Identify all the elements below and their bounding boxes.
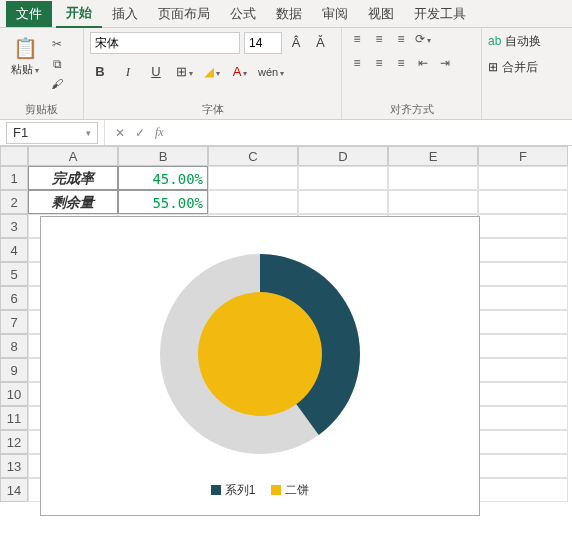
formula-bar: F1 ▾ ✕ ✓ fx [0, 120, 572, 146]
group-wrap-merge: ab 自动换 ⊞ 合并后 [482, 28, 562, 119]
wrap-text-button[interactable]: ab 自动换 [488, 32, 541, 50]
fill-color-button[interactable]: ◢ [202, 62, 222, 82]
underline-button[interactable]: U [146, 62, 166, 82]
row-header[interactable]: 12 [0, 430, 28, 454]
col-header[interactable]: F [478, 146, 568, 166]
font-size-input[interactable] [244, 32, 282, 54]
cell[interactable] [208, 190, 298, 214]
cell[interactable] [478, 430, 568, 454]
tab-developer[interactable]: 开发工具 [404, 0, 476, 28]
chart-legend: 系列1 二饼 [211, 482, 310, 499]
border-button[interactable]: ⊞ [174, 62, 194, 82]
row-header[interactable]: 10 [0, 382, 28, 406]
cell[interactable] [478, 166, 568, 190]
select-all-corner[interactable] [0, 146, 28, 166]
cell[interactable] [478, 310, 568, 334]
group-font: Â Ǎ B I U ⊞ ◢ A wén 字体 [84, 28, 342, 119]
row-header[interactable]: 1 [0, 166, 28, 190]
worksheet-grid[interactable]: A B C D E F 1 完成率 45.00% 2 剩余量 55.00% 34… [0, 146, 572, 502]
cell[interactable] [478, 214, 568, 238]
align-bottom-icon[interactable]: ≡ [392, 32, 410, 48]
fx-icon[interactable]: fx [155, 125, 164, 140]
col-header[interactable]: E [388, 146, 478, 166]
merge-icon: ⊞ [488, 60, 498, 74]
tab-file[interactable]: 文件 [6, 1, 52, 27]
legend-item: 二饼 [271, 482, 309, 499]
shrink-font-icon[interactable]: Ǎ [310, 33, 330, 53]
font-name-input[interactable] [90, 32, 240, 54]
cell[interactable] [478, 478, 568, 502]
group-align: ≡ ≡ ≡ ⟳ ≡ ≡ ≡ ⇤ ⇥ 对齐方式 [342, 28, 482, 119]
cell[interactable] [478, 334, 568, 358]
italic-button[interactable]: I [118, 62, 138, 82]
indent-decrease-icon[interactable]: ⇤ [414, 56, 432, 72]
row-header[interactable]: 14 [0, 478, 28, 502]
phonetic-button[interactable]: wén [258, 62, 278, 82]
align-center-icon[interactable]: ≡ [370, 56, 388, 72]
clipboard-group-label: 剪贴板 [6, 100, 77, 117]
align-middle-icon[interactable]: ≡ [370, 32, 388, 48]
row-header[interactable]: 5 [0, 262, 28, 286]
row-header[interactable]: 6 [0, 286, 28, 310]
col-header[interactable]: C [208, 146, 298, 166]
row-header[interactable]: 2 [0, 190, 28, 214]
row-header[interactable]: 9 [0, 358, 28, 382]
cell[interactable] [208, 166, 298, 190]
col-header[interactable]: A [28, 146, 118, 166]
group-clipboard: 📋 粘贴 ✂ ⧉ 🖌 剪贴板 [0, 28, 84, 119]
paste-label: 粘贴 [11, 62, 39, 77]
cell-B1[interactable]: 45.00% [118, 166, 208, 190]
row-header[interactable]: 4 [0, 238, 28, 262]
format-painter-icon[interactable]: 🖌 [48, 76, 66, 92]
cell[interactable] [298, 190, 388, 214]
name-box[interactable]: F1 ▾ [6, 122, 98, 144]
cell[interactable] [478, 190, 568, 214]
cell[interactable] [478, 238, 568, 262]
cell[interactable] [478, 286, 568, 310]
cell[interactable] [388, 166, 478, 190]
row-header[interactable]: 3 [0, 214, 28, 238]
grow-font-icon[interactable]: Â [286, 33, 306, 53]
cell-A1[interactable]: 完成率 [28, 166, 118, 190]
cell[interactable] [478, 382, 568, 406]
cancel-icon[interactable]: ✕ [115, 126, 125, 140]
cell[interactable] [478, 406, 568, 430]
tab-view[interactable]: 视图 [358, 0, 404, 28]
cell-B2[interactable]: 55.00% [118, 190, 208, 214]
row-header[interactable]: 8 [0, 334, 28, 358]
font-color-button[interactable]: A [230, 62, 250, 82]
merge-button[interactable]: ⊞ 合并后 [488, 58, 538, 76]
cell[interactable] [478, 262, 568, 286]
enter-icon[interactable]: ✓ [135, 126, 145, 140]
cell[interactable] [388, 190, 478, 214]
row-header[interactable]: 11 [0, 406, 28, 430]
tab-insert[interactable]: 插入 [102, 0, 148, 28]
clipboard-icon: 📋 [13, 36, 38, 60]
col-header[interactable]: D [298, 146, 388, 166]
cut-icon[interactable]: ✂ [48, 36, 66, 52]
cell-A2[interactable]: 剩余量 [28, 190, 118, 214]
paste-button[interactable]: 📋 粘贴 [6, 32, 44, 77]
col-header[interactable]: B [118, 146, 208, 166]
tab-formulas[interactable]: 公式 [220, 0, 266, 28]
align-top-icon[interactable]: ≡ [348, 32, 366, 48]
bold-button[interactable]: B [90, 62, 110, 82]
row-header[interactable]: 7 [0, 310, 28, 334]
cell[interactable] [478, 358, 568, 382]
formula-input[interactable] [164, 122, 572, 144]
row-header[interactable]: 13 [0, 454, 28, 478]
font-group-label: 字体 [90, 100, 335, 117]
cell[interactable] [298, 166, 388, 190]
tab-page-layout[interactable]: 页面布局 [148, 0, 220, 28]
tab-home[interactable]: 开始 [56, 0, 102, 28]
align-right-icon[interactable]: ≡ [392, 56, 410, 72]
tab-review[interactable]: 审阅 [312, 0, 358, 28]
tab-data[interactable]: 数据 [266, 0, 312, 28]
cell[interactable] [478, 454, 568, 478]
svg-point-1 [198, 292, 322, 416]
orientation-icon[interactable]: ⟳ [414, 32, 432, 48]
embedded-chart[interactable]: 系列1 二饼 [40, 216, 480, 516]
indent-increase-icon[interactable]: ⇥ [436, 56, 454, 72]
copy-icon[interactable]: ⧉ [48, 56, 66, 72]
align-left-icon[interactable]: ≡ [348, 56, 366, 72]
